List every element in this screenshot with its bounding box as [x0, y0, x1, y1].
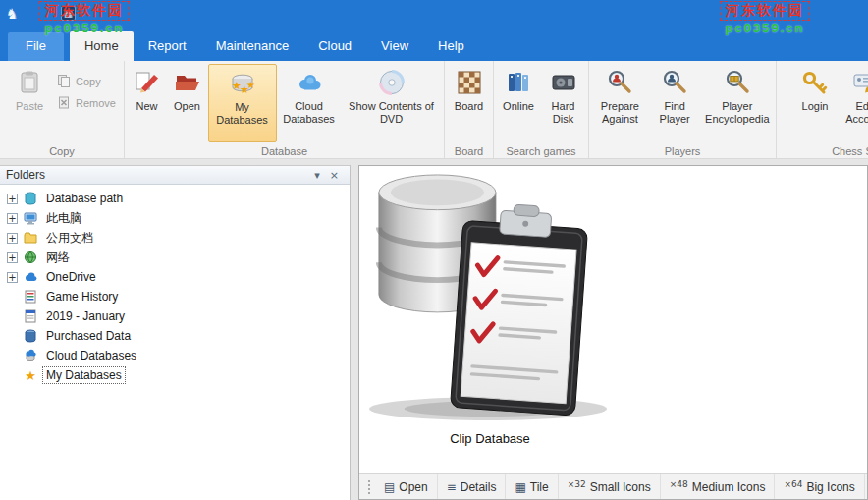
svg-text:★: ★: [246, 80, 255, 90]
size-32-badge: ×32: [568, 479, 586, 489]
ribbon-group-board: Board Board: [445, 61, 494, 158]
ribbon-group-database: New Open ★★★ My Databases: [125, 61, 445, 158]
find-player-magnifier-icon: [661, 67, 688, 98]
cloud-databases-button[interactable]: Cloud Databases: [277, 64, 342, 142]
new-button[interactable]: New: [128, 64, 167, 142]
folder-icon: [23, 231, 38, 246]
database-path-icon: [23, 192, 38, 206]
edit-account-button[interactable]: Edit Account: [838, 64, 868, 142]
paste-button[interactable]: Paste: [8, 64, 51, 142]
tree-item-database-path[interactable]: + Database path: [0, 189, 350, 208]
hard-disk-icon: [550, 67, 577, 98]
expander-plus-icon[interactable]: +: [7, 233, 18, 244]
view-details-button[interactable]: ≡ Details: [438, 474, 507, 499]
copy-button[interactable]: Copy: [51, 71, 122, 92]
tree-item-my-databases[interactable]: ★ My Databases: [0, 365, 350, 385]
dvd-disc-icon: [378, 67, 406, 98]
view-options-bar: ▤ Open ≡ Details ▦ Tile ×32 Small Icons …: [359, 473, 867, 499]
tile-view-icon: ▦: [515, 481, 525, 493]
hard-disk-search-button[interactable]: Hard Disk: [541, 64, 586, 142]
tab-cloud[interactable]: Cloud: [303, 31, 366, 61]
ribbon-group-label: Database: [125, 145, 444, 157]
expander-plus-icon[interactable]: +: [7, 272, 18, 283]
footer-grip[interactable]: [368, 480, 370, 494]
watermark-left: 河东软件园 pc0359.cn: [39, 1, 130, 35]
view-tile-button[interactable]: ▦ Tile: [506, 474, 558, 499]
tab-file[interactable]: File: [8, 32, 64, 61]
tree-item-cloud-databases[interactable]: Cloud Databases: [0, 346, 350, 365]
ribbon-group-label: Board: [445, 145, 493, 157]
view-medium-icons-button[interactable]: ×48 Medium Icons: [661, 474, 776, 499]
tree-item-onedrive[interactable]: + OneDrive: [0, 267, 350, 287]
details-view-icon: ≡: [447, 481, 457, 493]
cloud-databases-icon: [23, 349, 38, 363]
tab-maintenance[interactable]: Maintenance: [201, 31, 303, 61]
prepare-against-magnifier-icon: [606, 67, 633, 98]
player-encyclopedia-magnifier-icon: [724, 67, 751, 98]
view-open-button[interactable]: ▤ Open: [375, 474, 438, 499]
tree-item-public-documents[interactable]: + 公用文档: [0, 228, 350, 248]
tree-item-game-history[interactable]: Game History: [0, 287, 350, 306]
show-dvd-contents-button[interactable]: Show Contents of DVD: [342, 64, 442, 142]
open-button[interactable]: Open: [167, 64, 208, 142]
new-database-icon: [134, 67, 161, 98]
folders-panel-header: Folders ▾ ×: [0, 166, 350, 185]
clip-database-label: Clip Database: [363, 431, 617, 446]
open-view-icon: ▤: [384, 481, 395, 493]
my-databases-stars-icon: ★★★: [229, 68, 256, 99]
database-list-content: Clip Database: [359, 166, 867, 473]
purchased-data-icon: [23, 329, 38, 344]
clip-database-graphic: [363, 168, 617, 423]
expander-plus-icon[interactable]: +: [7, 213, 18, 224]
tab-home[interactable]: Home: [70, 31, 134, 61]
tree-item-this-pc[interactable]: + 此电脑: [0, 208, 350, 228]
copy-icon: [57, 74, 71, 89]
tab-help[interactable]: Help: [423, 31, 479, 61]
ribbon-group-label: Search games: [494, 145, 588, 157]
remove-icon: [57, 95, 71, 111]
onedrive-cloud-icon: [23, 270, 38, 285]
tab-view[interactable]: View: [366, 31, 423, 61]
online-books-icon: [505, 67, 532, 98]
my-databases-button[interactable]: ★★★ My Databases: [208, 64, 277, 142]
network-icon: [23, 250, 38, 265]
folders-panel: Folders ▾ × + Database path + 此电脑 + 公用文档: [0, 165, 351, 500]
folders-panel-title: Folders: [6, 168, 45, 182]
folders-dropdown-icon[interactable]: ▾: [309, 169, 325, 182]
application-window: ♞ ▦ File Home Report Maintenance Cloud V…: [0, 0, 868, 500]
database-list-pane: Clip Database ▤ Open ≡ Details ▦ Tile ×3…: [358, 165, 868, 500]
ribbon-group-label: Copy: [0, 145, 124, 157]
expander-plus-icon[interactable]: +: [7, 194, 18, 204]
view-big-icons-button[interactable]: ×64 Big Icons: [775, 474, 864, 499]
edit-account-icon: [851, 67, 868, 98]
folders-close-icon[interactable]: ×: [325, 169, 344, 182]
clip-database-item[interactable]: Clip Database: [363, 168, 617, 446]
board-button[interactable]: Board: [447, 64, 491, 142]
tree-item-2019-january[interactable]: 2019 - January: [0, 306, 350, 326]
folders-tree: + Database path + 此电脑 + 公用文档 + 网络 +: [0, 185, 350, 385]
cloud-icon: [296, 67, 323, 98]
online-search-button[interactable]: Online: [497, 64, 541, 142]
player-encyclopedia-button[interactable]: Player Encyclopedia: [701, 64, 774, 142]
login-button[interactable]: Login: [792, 64, 838, 142]
view-small-icons-button[interactable]: ×32 Small Icons: [559, 474, 661, 499]
tab-report[interactable]: Report: [134, 31, 201, 61]
tree-item-network[interactable]: + 网络: [0, 248, 350, 267]
app-icon: ♞: [6, 7, 19, 21]
monthly-database-icon: [23, 309, 38, 324]
view-huge-icons-button[interactable]: ×128 Huge Icons: [865, 474, 867, 499]
ribbon-group-label: Players: [589, 145, 776, 157]
ribbon-group-search-games: Online Hard Disk Search games: [494, 61, 589, 158]
watermark-site-name: 河东软件园: [39, 1, 130, 21]
chessboard-icon: [456, 67, 483, 98]
watermark-site-name: 河东软件园: [720, 1, 810, 21]
expander-plus-icon[interactable]: +: [7, 252, 18, 263]
ribbon-group-players: Prepare Against Find Player Player Encyc…: [589, 61, 777, 158]
open-folder-icon: [174, 67, 201, 98]
tree-item-purchased-data[interactable]: Purchased Data: [0, 326, 350, 346]
prepare-against-button[interactable]: Prepare Against: [591, 64, 649, 142]
remove-button[interactable]: Remove: [51, 92, 122, 114]
ribbon-group-chess-server: Login Edit Account Chess Server: [777, 61, 868, 158]
computer-icon: [23, 211, 38, 226]
find-player-button[interactable]: Find Player: [649, 64, 701, 142]
